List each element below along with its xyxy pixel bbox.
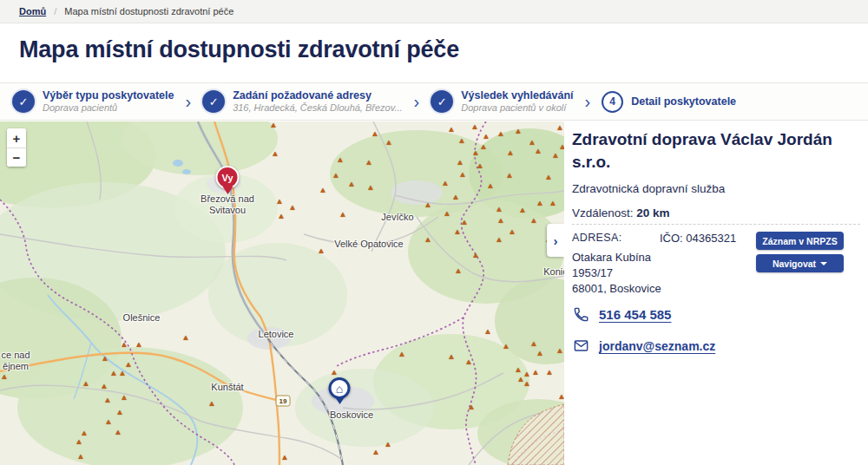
provider-triangle-marker[interactable]: ▲ (497, 217, 505, 225)
provider-triangle-marker[interactable]: ▲ (385, 139, 393, 147)
provider-triangle-marker[interactable]: ▲ (318, 247, 326, 255)
provider-triangle-marker[interactable]: ▲ (121, 341, 128, 349)
step-provider-type[interactable]: ✓ Výběr typu poskytovatele Doprava pacie… (12, 89, 174, 114)
provider-triangle-marker[interactable]: ▲ (496, 236, 503, 244)
provider-triangle-marker[interactable]: ▲ (535, 147, 542, 155)
step-provider-detail[interactable]: 4 Detail poskytovatele (602, 91, 736, 113)
provider-triangle-marker[interactable]: ▲ (530, 340, 538, 348)
provider-triangle-marker[interactable]: ▲ (385, 441, 392, 449)
user-location-pin[interactable]: Vy (216, 166, 240, 194)
provider-triangle-marker[interactable]: ▲ (515, 128, 523, 135)
provider-triangle-marker[interactable]: ▲ (559, 143, 564, 151)
provider-triangle-marker[interactable]: ▲ (332, 172, 340, 180)
provider-triangle-marker[interactable]: ▲ (556, 124, 564, 132)
provider-triangle-marker[interactable]: ▲ (1, 373, 9, 381)
nrpzs-record-button[interactable]: Záznam v NRPZS (756, 232, 844, 250)
provider-triangle-marker[interactable]: ▲ (457, 159, 464, 167)
provider-triangle-marker[interactable]: ▲ (424, 236, 432, 244)
provider-triangle-marker[interactable]: ▲ (77, 453, 85, 461)
provider-triangle-marker[interactable]: ▲ (339, 211, 347, 219)
provider-triangle-marker[interactable]: ▲ (452, 193, 460, 201)
provider-triangle-marker[interactable]: ▲ (110, 370, 118, 377)
provider-triangle-marker[interactable]: ▲ (477, 162, 484, 170)
email-link[interactable]: jordanv@seznam.cz (599, 339, 715, 353)
provider-triangle-marker[interactable]: ▲ (444, 210, 451, 218)
provider-triangle-marker[interactable]: ▲ (319, 187, 327, 194)
step-results[interactable]: ✓ Výsledek vyhledávání Doprava pacientů … (431, 89, 573, 114)
provider-triangle-marker[interactable]: ▲ (372, 449, 380, 456)
provider-triangle-marker[interactable]: ▲ (497, 130, 505, 138)
provider-triangle-marker[interactable]: ▲ (556, 347, 564, 355)
provider-triangle-marker[interactable]: ▲ (208, 400, 216, 408)
provider-triangle-marker[interactable]: ▲ (365, 159, 373, 167)
provider-triangle-marker[interactable]: ▲ (459, 171, 467, 179)
provider-triangle-marker[interactable]: ▲ (289, 204, 297, 212)
provider-triangle-marker[interactable]: ▲ (552, 152, 560, 160)
provider-triangle-marker[interactable]: ▲ (372, 130, 379, 138)
provider-triangle-marker[interactable]: ▲ (337, 156, 345, 164)
provider-triangle-marker[interactable]: ▲ (272, 150, 279, 158)
provider-triangle-marker[interactable]: ▲ (536, 350, 544, 357)
panel-collapse-button[interactable]: › (547, 224, 564, 257)
provider-triangle-marker[interactable]: ▲ (455, 267, 463, 275)
provider-triangle-marker[interactable]: ▲ (515, 366, 523, 374)
provider-triangle-marker[interactable]: ▲ (509, 228, 516, 236)
provider-triangle-marker[interactable]: ▲ (480, 143, 488, 151)
phone-link[interactable]: 516 454 585 (599, 307, 671, 322)
provider-triangle-marker[interactable]: ▲ (483, 133, 490, 141)
breadcrumb-home-link[interactable]: Domů (19, 6, 46, 16)
provider-triangle-marker[interactable]: ▲ (116, 409, 124, 416)
provider-triangle-marker[interactable]: ▲ (135, 341, 143, 349)
provider-triangle-marker[interactable]: ▲ (182, 334, 190, 342)
provider-triangle-marker[interactable]: ▲ (532, 369, 540, 377)
provider-triangle-marker[interactable]: ▲ (530, 217, 538, 225)
provider-triangle-marker[interactable]: ▲ (503, 343, 510, 350)
provider-triangle-marker[interactable]: ▲ (105, 418, 113, 426)
provider-triangle-marker[interactable]: ▲ (276, 198, 284, 206)
provider-triangle-marker[interactable]: ▲ (506, 172, 514, 180)
provider-triangle-marker[interactable]: ▲ (545, 174, 553, 181)
provider-triangle-marker[interactable]: ▲ (270, 121, 278, 129)
provider-triangle-marker[interactable]: ▲ (458, 137, 466, 145)
provider-triangle-marker[interactable]: ▲ (76, 438, 83, 446)
provider-triangle-marker[interactable]: ▲ (523, 380, 531, 388)
provider-triangle-marker[interactable]: ▲ (121, 394, 128, 402)
provider-triangle-marker[interactable]: ▲ (472, 252, 480, 259)
provider-triangle-marker[interactable]: ▲ (115, 429, 122, 436)
map[interactable]: ▲▲▲▲▲▲▲▲▲▲▲▲▲▲▲▲▲▲▲▲▲▲▲▲▲▲▲▲▲▲▲▲▲▲▲▲▲▲▲▲… (0, 121, 564, 465)
provider-triangle-marker[interactable]: ▲ (465, 358, 473, 366)
provider-triangle-marker[interactable]: ▲ (398, 350, 406, 358)
provider-triangle-marker[interactable]: ▲ (472, 149, 480, 157)
provider-triangle-marker[interactable]: ▲ (102, 355, 109, 363)
provider-triangle-marker[interactable]: ▲ (348, 180, 356, 188)
provider-triangle-marker[interactable]: ▲ (461, 219, 469, 226)
provider-triangle-marker[interactable]: ▲ (536, 200, 544, 207)
provider-triangle-marker[interactable]: ▲ (442, 180, 450, 187)
provider-triangle-marker[interactable]: ▲ (487, 182, 495, 190)
provider-triangle-marker[interactable]: ▲ (101, 383, 108, 390)
selected-provider-pin[interactable]: ⌂ (329, 377, 351, 404)
provider-triangle-marker[interactable]: ▲ (81, 429, 89, 437)
provider-triangle-marker[interactable]: ▲ (448, 353, 456, 361)
provider-triangle-marker[interactable]: ▲ (496, 206, 503, 213)
provider-triangle-marker[interactable]: ▲ (278, 213, 286, 220)
zoom-out-button[interactable]: − (7, 147, 26, 167)
step-address[interactable]: ✓ Zadání požadované adresy 316, Hradecká… (202, 89, 402, 114)
provider-triangle-marker[interactable]: ▲ (549, 200, 557, 207)
provider-triangle-marker[interactable]: ▲ (507, 149, 515, 157)
provider-triangle-marker[interactable]: ▲ (484, 328, 492, 336)
provider-triangle-marker[interactable]: ▲ (331, 369, 339, 377)
zoom-in-button[interactable]: + (7, 128, 26, 147)
provider-triangle-marker[interactable]: ▲ (558, 393, 564, 401)
provider-triangle-marker[interactable]: ▲ (454, 228, 462, 236)
provider-triangle-marker[interactable]: ▲ (424, 201, 432, 209)
provider-triangle-marker[interactable]: ▲ (448, 126, 456, 134)
navigate-button[interactable]: Navigovat (756, 254, 844, 272)
provider-triangle-marker[interactable]: ▲ (367, 184, 375, 192)
provider-triangle-marker[interactable]: ▲ (104, 396, 112, 404)
provider-triangle-marker[interactable]: ▲ (119, 370, 127, 377)
provider-triangle-marker[interactable]: ▲ (529, 139, 536, 147)
provider-triangle-marker[interactable]: ▲ (519, 206, 527, 214)
provider-triangle-marker[interactable]: ▲ (125, 361, 133, 369)
provider-triangle-marker[interactable]: ▲ (281, 454, 289, 462)
